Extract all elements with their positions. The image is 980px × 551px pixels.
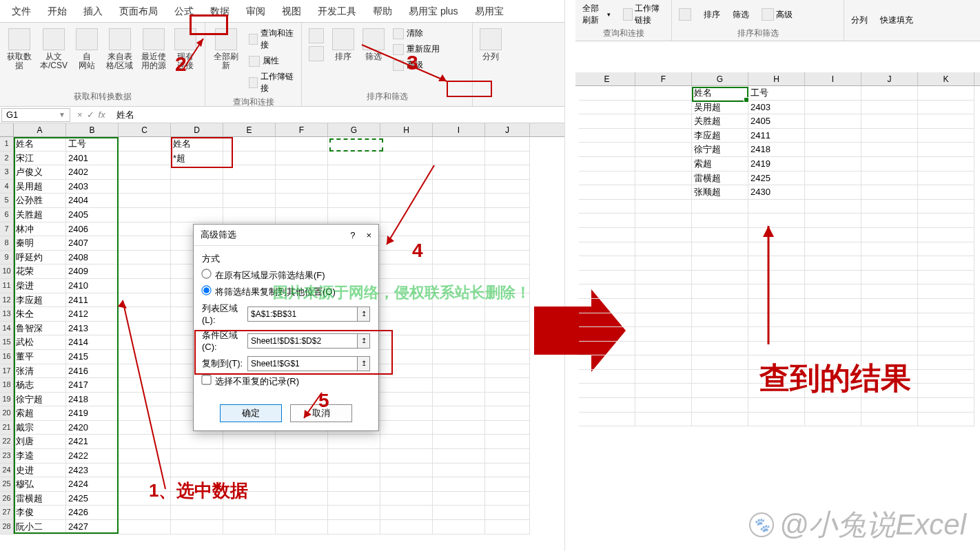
cell[interactable] — [380, 492, 433, 506]
cell[interactable] — [579, 256, 635, 271]
cell[interactable] — [223, 194, 276, 208]
sort-button[interactable]: 排序 — [328, 25, 358, 64]
ribbon-mini[interactable]: 查询和连接 — [245, 25, 298, 53]
cell[interactable] — [579, 398, 635, 413]
cell[interactable]: 李应超 — [692, 129, 748, 143]
cell[interactable] — [635, 143, 692, 157]
cell[interactable] — [433, 194, 485, 208]
cell[interactable] — [579, 370, 635, 384]
cell[interactable] — [328, 152, 380, 166]
cell[interactable] — [861, 129, 918, 143]
tab-插入[interactable]: 插入 — [75, 0, 111, 23]
row-header[interactable]: 21 — [0, 421, 14, 435]
cell[interactable] — [635, 242, 692, 257]
cell[interactable] — [918, 355, 974, 370]
help-icon[interactable]: ? — [350, 230, 355, 240]
cell[interactable]: 姓名 — [14, 137, 66, 152]
cell[interactable] — [918, 214, 974, 228]
cell[interactable]: 公孙胜 — [14, 194, 66, 208]
cell[interactable] — [119, 208, 171, 222]
cell[interactable] — [861, 171, 918, 186]
sort-asc-icon[interactable] — [309, 28, 324, 43]
cell[interactable] — [328, 180, 380, 194]
cell[interactable] — [223, 152, 276, 166]
cell[interactable] — [276, 492, 328, 506]
col-header-C[interactable]: C — [119, 123, 171, 136]
cell[interactable] — [380, 421, 433, 435]
cell[interactable] — [635, 271, 692, 285]
tab-页面布局[interactable]: 页面布局 — [111, 0, 166, 23]
col-header-E[interactable]: E — [579, 72, 635, 85]
cell[interactable] — [918, 256, 974, 271]
cell[interactable] — [748, 256, 805, 271]
cell[interactable] — [380, 406, 433, 421]
cell[interactable] — [119, 492, 171, 506]
cell[interactable] — [918, 299, 974, 313]
cell[interactable] — [805, 398, 861, 413]
cell[interactable] — [328, 506, 380, 520]
cell[interactable] — [380, 520, 433, 534]
cell[interactable]: 刘唐 — [14, 435, 66, 449]
cell[interactable] — [579, 214, 635, 228]
cell[interactable] — [748, 228, 805, 242]
cell[interactable]: 秦明 — [14, 236, 66, 251]
cell[interactable] — [223, 520, 276, 534]
cell[interactable] — [485, 180, 530, 194]
copy-to-input[interactable] — [247, 356, 358, 371]
cell[interactable] — [223, 492, 276, 506]
row-header[interactable]: 16 — [0, 350, 14, 364]
filter-button[interactable]: 筛选 — [730, 8, 752, 22]
cell[interactable] — [861, 327, 918, 342]
row-header[interactable]: 15 — [0, 335, 14, 350]
cell[interactable] — [805, 327, 861, 342]
cell[interactable] — [328, 137, 380, 152]
cell[interactable] — [805, 242, 861, 257]
cell[interactable] — [748, 342, 805, 356]
cell[interactable]: 穆弘 — [14, 477, 66, 492]
cell[interactable] — [805, 299, 861, 313]
cell[interactable]: 2405 — [66, 208, 119, 222]
advanced-filter-button[interactable]: 高级 — [759, 7, 795, 22]
cell[interactable] — [171, 194, 223, 208]
cell[interactable] — [579, 157, 635, 171]
cell[interactable] — [861, 242, 918, 257]
cell[interactable] — [119, 520, 171, 534]
row-header[interactable]: 5 — [0, 194, 14, 208]
cell[interactable] — [380, 378, 433, 393]
cell[interactable] — [748, 284, 805, 299]
cell[interactable] — [328, 492, 380, 506]
cell[interactable] — [328, 208, 380, 222]
row-header[interactable]: 17 — [0, 364, 14, 379]
col-header-H[interactable]: H — [748, 72, 805, 85]
cell[interactable]: 2423 — [66, 464, 119, 478]
cell[interactable] — [380, 236, 433, 251]
col-header-J[interactable]: J — [485, 123, 530, 136]
cell[interactable] — [276, 520, 328, 534]
col-header-I[interactable]: I — [805, 72, 861, 85]
cell[interactable] — [119, 406, 171, 421]
cell[interactable] — [635, 157, 692, 171]
cell[interactable] — [485, 477, 530, 492]
enter-formula-icon[interactable]: ✓ — [87, 110, 94, 120]
cell[interactable]: 2404 — [66, 194, 119, 208]
cell[interactable] — [380, 137, 433, 152]
cell[interactable]: 2403 — [748, 101, 805, 115]
cell[interactable] — [805, 256, 861, 271]
cell[interactable] — [485, 520, 530, 534]
cell[interactable] — [485, 421, 530, 435]
cell[interactable] — [380, 307, 433, 322]
cell[interactable]: 2412 — [66, 307, 119, 322]
select-all-corner[interactable] — [0, 123, 14, 136]
cell[interactable] — [918, 384, 974, 398]
cell[interactable] — [485, 350, 530, 364]
cell[interactable] — [805, 313, 861, 328]
cell[interactable] — [119, 152, 171, 166]
cell[interactable] — [119, 464, 171, 478]
cell[interactable] — [171, 477, 223, 492]
tab-公式[interactable]: 公式 — [166, 0, 202, 23]
filter-button[interactable]: 筛选 — [358, 25, 389, 64]
cell[interactable] — [485, 406, 530, 421]
row-header[interactable]: 18 — [0, 378, 14, 393]
cell[interactable] — [861, 101, 918, 115]
cell[interactable] — [805, 370, 861, 384]
